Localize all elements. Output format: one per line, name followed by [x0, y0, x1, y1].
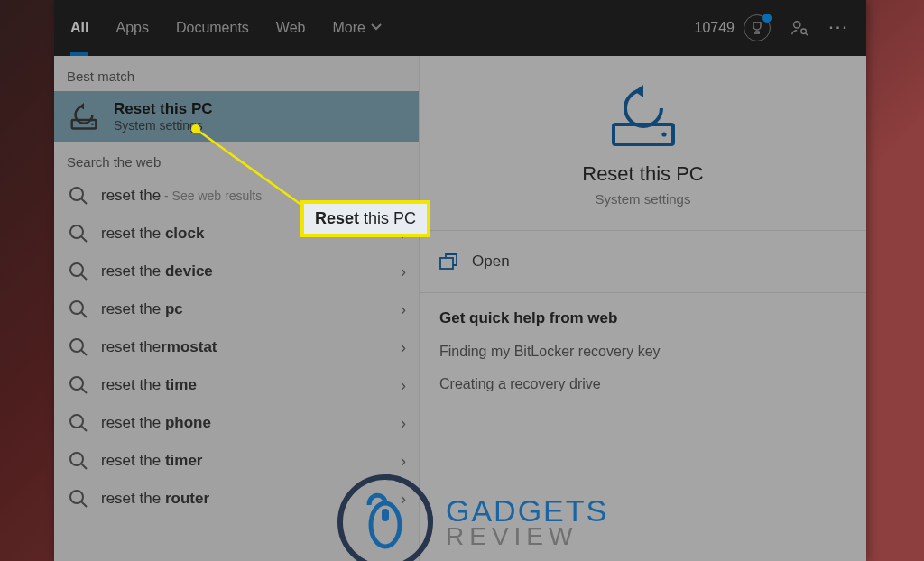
tab-label: More: [332, 20, 365, 36]
help-link[interactable]: Finding my BitLocker recovery key: [439, 344, 846, 360]
tab-label: All: [70, 20, 88, 36]
watermark: GADGETS REVIEW: [336, 473, 608, 561]
rewards-points[interactable]: 10749: [695, 14, 772, 41]
reset-pc-icon: [67, 103, 101, 130]
open-button[interactable]: Open: [439, 247, 846, 276]
search-icon: [69, 451, 88, 471]
watermark-line1: GADGETS: [446, 497, 608, 525]
web-search-suggestion[interactable]: reset the pc›: [54, 290, 419, 328]
tab-label: Documents: [176, 20, 249, 36]
callout-bold: Reset: [315, 209, 359, 227]
tab-label: Apps: [116, 20, 148, 36]
chevron-down-icon: [371, 20, 382, 36]
suggestion-text: reset thermostat: [101, 338, 388, 356]
search-scope-bar: All Apps Documents Web More 10749: [54, 0, 866, 56]
chevron-right-icon[interactable]: ›: [401, 300, 406, 319]
svg-point-0: [794, 22, 800, 28]
svg-point-9: [70, 377, 83, 390]
suggestion-text: reset the time: [101, 376, 388, 394]
scope-tab-web[interactable]: Web: [276, 0, 306, 56]
callout-rest: this PC: [359, 209, 416, 227]
scope-tab-documents[interactable]: Documents: [176, 0, 249, 56]
chevron-right-icon[interactable]: ›: [401, 376, 406, 395]
svg-point-1: [801, 29, 807, 33]
chevron-right-icon[interactable]: ›: [401, 452, 406, 471]
open-label: Open: [472, 253, 510, 271]
web-search-suggestion[interactable]: reset thermostat›: [54, 328, 419, 366]
svg-point-12: [70, 491, 83, 503]
suggestion-text: reset the phone: [101, 414, 388, 432]
watermark-line2: REVIEW: [446, 525, 608, 547]
svg-point-8: [70, 339, 83, 352]
points-value: 10749: [695, 20, 735, 36]
best-match-title: Reset this PC: [114, 100, 213, 118]
tab-label: Web: [276, 20, 306, 36]
scope-tab-all[interactable]: All: [70, 0, 88, 56]
reset-pc-icon: [606, 85, 680, 148]
chevron-right-icon[interactable]: ›: [401, 262, 406, 281]
help-link[interactable]: Creating a recovery drive: [439, 376, 846, 392]
scope-tabs: All Apps Documents Web More: [70, 0, 382, 56]
svg-point-7: [70, 301, 83, 314]
svg-rect-15: [440, 258, 453, 269]
annotation-callout: Reset this PC: [300, 200, 430, 237]
open-icon: [439, 253, 457, 270]
scope-tab-apps[interactable]: Apps: [116, 0, 148, 56]
web-search-suggestion[interactable]: reset the device›: [54, 253, 419, 290]
svg-point-5: [70, 225, 83, 238]
web-search-suggestion[interactable]: reset the phone›: [54, 404, 419, 442]
search-icon: [69, 262, 88, 281]
scope-tab-more[interactable]: More: [332, 0, 381, 56]
trophy-icon: [744, 14, 771, 41]
watermark-logo-icon: [336, 473, 435, 561]
web-search-suggestion[interactable]: reset the time›: [54, 366, 419, 404]
svg-point-11: [70, 453, 83, 465]
best-match-subtitle: System settings: [114, 118, 213, 133]
svg-point-6: [70, 263, 83, 276]
best-match-label: Best match: [54, 56, 419, 91]
person-search-icon[interactable]: [789, 17, 810, 39]
help-section-title: Get quick help from web: [439, 309, 846, 327]
suggestion-text: reset the pc: [101, 300, 388, 318]
search-icon: [69, 489, 88, 509]
detail-title: Reset this PC: [582, 162, 704, 186]
search-icon: [69, 224, 88, 244]
search-icon: [69, 375, 88, 395]
svg-rect-20: [382, 509, 389, 521]
more-options-icon[interactable]: ···: [828, 17, 850, 39]
best-match-result[interactable]: Reset this PC System settings: [54, 91, 419, 142]
chevron-right-icon[interactable]: ›: [401, 338, 406, 357]
search-web-label: Search the web: [54, 142, 419, 177]
svg-point-4: [70, 188, 83, 200]
search-icon: [69, 299, 88, 319]
detail-header: Reset this PC System settings: [420, 56, 866, 231]
svg-point-14: [661, 132, 666, 136]
svg-point-10: [70, 415, 83, 428]
search-icon: [69, 186, 88, 206]
suggestion-text: reset the timer: [101, 452, 388, 470]
search-icon: [69, 413, 88, 433]
chevron-right-icon[interactable]: ›: [401, 414, 406, 433]
svg-point-3: [91, 123, 94, 125]
suggestion-text: reset the device: [101, 262, 388, 280]
detail-subtitle: System settings: [596, 191, 691, 207]
search-icon: [69, 337, 88, 357]
